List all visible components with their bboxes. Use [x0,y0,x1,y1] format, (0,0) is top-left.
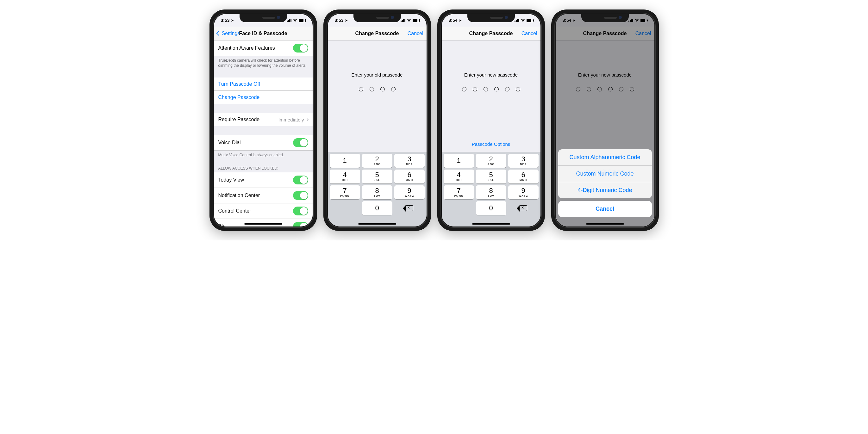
action-sheet-cancel[interactable]: Cancel [558,201,652,217]
key-7[interactable]: 7PQRS [330,185,360,199]
key-sub: WXYZ [405,194,414,197]
turn-off-label: Turn Passcode Off [218,81,308,87]
passcode-body: Enter your old passcode [328,40,427,152]
key-num: 4 [343,172,346,178]
home-indicator[interactable] [244,223,282,225]
passcode-dot [516,87,520,91]
back-label: Settings [222,31,240,36]
voice-dial-row[interactable]: Voice Dial [214,135,313,151]
attention-label: Attention Aware Features [218,45,293,51]
key-4[interactable]: 4GHI [444,169,474,183]
notification-center-row[interactable]: Notification Center [214,188,313,204]
key-num: 8 [489,187,493,194]
battery-icon [527,19,533,22]
control-center-row[interactable]: Control Center [214,204,313,219]
numeric-keypad: 1 2ABC 3DEF 4GHI 5JKL 6MNO 7PQRS 8TUV 9W… [442,152,540,217]
cancel-button[interactable]: Cancel [408,31,424,36]
chevron-left-icon [216,31,221,36]
key-8[interactable]: 8TUV [476,185,506,199]
key-empty [330,201,360,215]
status-time: 3:53 [335,18,344,23]
action-sheet-options: Custom Alphanumeric Code Custom Numeric … [558,149,652,198]
key-num: 9 [407,187,411,194]
key-sub: ABC [373,163,381,166]
key-9[interactable]: 9WXYZ [508,185,538,199]
key-9[interactable]: 9WXYZ [394,185,425,199]
list-item-label: Today View [218,177,293,183]
key-sub: DEF [520,163,527,166]
key-2[interactable]: 2ABC [362,154,393,168]
key-delete[interactable] [508,201,538,215]
key-num: 8 [375,187,379,194]
cancel-button[interactable]: Cancel [522,31,537,36]
passcode-dot [473,87,477,91]
attention-switch[interactable] [293,44,308,53]
key-5[interactable]: 5JKL [362,169,393,183]
key-4[interactable]: 4GHI [330,169,360,183]
wifi-icon [521,19,525,22]
key-sub: ABC [487,163,495,166]
delete-icon [406,205,413,211]
key-5[interactable]: 5JKL [476,169,506,183]
key-8[interactable]: 8TUV [362,185,393,199]
nav-bar: Change Passcode Cancel [328,27,427,40]
voice-switch[interactable] [293,138,308,147]
locked-header: Allow Access When Locked: [214,162,313,173]
back-button[interactable]: Settings [217,31,240,36]
require-passcode-row[interactable]: Require Passcode Immediately [214,113,313,126]
key-sub: MNO [520,178,527,182]
change-passcode-button[interactable]: Change Passcode [214,91,313,104]
notch [581,14,629,22]
option-4digit[interactable]: 4-Digit Numeric Code [558,182,652,198]
battery-icon [413,19,420,22]
key-num: 7 [457,187,460,194]
iphone-1: 3:53 ➤ Settings Face ID & Passcode Atten… [210,9,317,231]
key-6[interactable]: 6MNO [394,169,425,183]
key-0[interactable]: 0 [362,201,393,215]
key-delete[interactable] [394,201,425,215]
key-num: 6 [407,172,411,178]
key-num: 0 [375,205,379,212]
home-indicator[interactable] [586,223,624,225]
wifi-icon [407,19,411,22]
attention-aware-row[interactable]: Attention Aware Features [214,40,313,56]
key-num: 2 [489,156,493,163]
today-switch[interactable] [293,176,308,184]
turn-passcode-off-button[interactable]: Turn Passcode Off [214,78,313,91]
cc-switch[interactable] [293,207,308,215]
require-label: Require Passcode [218,117,278,122]
key-1[interactable]: 1 [330,154,360,168]
key-3[interactable]: 3DEF [508,154,538,168]
option-numeric[interactable]: Custom Numeric Code [558,166,652,182]
key-6[interactable]: 6MNO [508,169,538,183]
status-time: 3:53 [221,18,230,23]
settings-content[interactable]: Attention Aware Features TrueDepth camer… [214,40,313,226]
action-sheet-overlay[interactable]: Custom Alphanumeric Code Custom Numeric … [556,14,654,226]
key-sub: JKL [488,178,494,182]
iphone-4: 3:54➤ Change Passcode Cancel Enter your … [551,9,659,231]
key-7[interactable]: 7PQRS [444,185,474,199]
home-indicator[interactable] [472,223,510,225]
home-indicator[interactable] [358,223,396,225]
key-1[interactable]: 1 [444,154,474,168]
siri-row[interactable]: Siri [214,219,313,226]
key-sub: GHI [456,178,462,182]
key-sub: WXYZ [519,194,528,197]
passcode-dot [505,87,509,91]
passcode-options-button[interactable]: Passcode Options [472,142,510,147]
key-3[interactable]: 3DEF [394,154,425,168]
status-time: 3:54 [449,18,458,23]
nav-bar: Settings Face ID & Passcode [214,27,313,40]
notif-switch[interactable] [293,191,308,200]
chevron-right-icon [305,118,309,121]
numeric-keypad: 1 2ABC 3DEF 4GHI 5JKL 6MNO 7PQRS 8TUV 9W… [328,152,427,217]
passcode-dots [462,87,520,91]
passcode-dot [462,87,466,91]
key-0[interactable]: 0 [476,201,506,215]
option-alphanumeric[interactable]: Custom Alphanumeric Code [558,149,652,166]
today-view-row[interactable]: Today View [214,173,313,188]
siri-switch[interactable] [293,222,308,226]
key-2[interactable]: 2ABC [476,154,506,168]
wifi-icon [293,19,298,22]
attention-footer: TrueDepth camera will check for attentio… [214,56,313,72]
